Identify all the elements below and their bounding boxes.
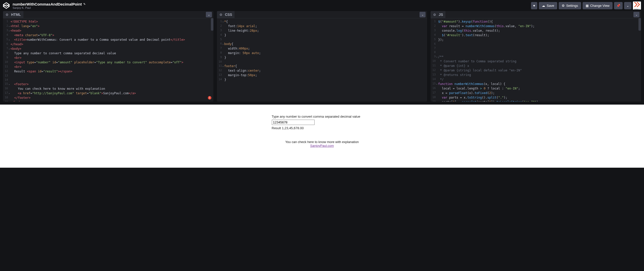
scroll-thumb[interactable] (211, 18, 213, 31)
gear-icon[interactable]: ⚙ (433, 13, 436, 17)
codepen-logo-icon[interactable] (3, 2, 10, 9)
pen-author[interactable]: Sanjoy K. Paul (13, 6, 86, 9)
change-view-button[interactable]: ▦Change View (583, 2, 613, 9)
chevron-down-icon: ⌄ (626, 4, 629, 8)
error-badge-icon[interactable]: ! (208, 96, 211, 100)
html-panel-title: HTML (11, 13, 21, 17)
gear-icon: ⚙ (562, 4, 565, 8)
pen-title[interactable]: numberWithCommasAndDecimalPoint (13, 2, 82, 6)
result-footer: You can check here to know more with exp… (272, 140, 372, 148)
heart-icon: ♥ (533, 4, 535, 8)
css-panel-title: CSS (225, 13, 232, 17)
amount-input[interactable] (272, 120, 315, 125)
footer-text: You can check here to know more with exp… (285, 140, 359, 144)
js-editor[interactable]: 1$("#amount").keyup(function(){2 var res… (431, 18, 641, 102)
result-value: 1,23,45,678.00 (282, 126, 304, 130)
save-label: Save (547, 4, 554, 8)
pin-button[interactable]: 📌 (614, 2, 623, 9)
header-left: numberWithCommasAndDecimalPoint ✎ Sanjoy… (3, 2, 86, 9)
html-collapse-button[interactable]: ⌄ (206, 12, 212, 17)
avatar-text: SKPAUL (633, 1, 640, 10)
settings-label: Settings (566, 4, 578, 8)
js-panel-title: JS (439, 13, 443, 17)
css-panel: ⚙ CSS ⌄ 1▾*{2 font:14px arial;3 line-hei… (217, 11, 427, 102)
editor-panels: ⚙ HTML ⌄ 1<!DOCTYPE html>2▾<html lang="e… (0, 11, 644, 105)
chevron-down-icon: ⌄ (208, 13, 210, 16)
html-editor[interactable]: 1<!DOCTYPE html>2▾<html lang="en">3▾<hea… (3, 18, 213, 102)
change-view-label: Change View (590, 4, 610, 8)
title-block: numberWithCommasAndDecimalPoint ✎ Sanjoy… (13, 2, 86, 9)
result-label: Result (272, 126, 282, 130)
js-panel: ⚙ JS ⌄ 1$("#amount").keyup(function(){2 … (431, 11, 641, 102)
footer-link[interactable]: SanjoyPaul.com (310, 144, 334, 148)
css-panel-header: ⚙ CSS ⌄ (217, 11, 427, 18)
gear-icon[interactable]: ⚙ (219, 13, 222, 17)
css-collapse-button[interactable]: ⌄ (420, 12, 426, 17)
layout-icon: ▦ (586, 4, 589, 8)
header-right: ♥ ☁Save ⚙Settings ▦Change View 📌 ⌄ SKPAU… (531, 2, 641, 10)
css-editor[interactable]: 1▾*{2 font:14px arial;3 line-height:28px… (217, 18, 427, 102)
scroll-thumb[interactable] (638, 18, 641, 31)
cloud-icon: ☁ (542, 4, 545, 8)
app-header: numberWithCommasAndDecimalPoint ✎ Sanjoy… (0, 0, 644, 11)
avatar[interactable]: SKPAUL (633, 2, 641, 10)
gear-icon[interactable]: ⚙ (6, 13, 9, 17)
js-collapse-button[interactable]: ⌄ (633, 12, 639, 17)
edit-title-icon[interactable]: ✎ (83, 3, 86, 6)
settings-button[interactable]: ⚙Settings (559, 2, 581, 9)
result-body: Type any number to convert comma separat… (272, 115, 372, 148)
more-button[interactable]: ⌄ (624, 2, 631, 9)
result-prompt: Type any number to convert comma separat… (272, 115, 360, 118)
pin-icon: 📌 (616, 4, 620, 8)
chevron-down-icon: ⌄ (635, 13, 637, 16)
save-button[interactable]: ☁Save (539, 2, 557, 9)
html-panel: ⚙ HTML ⌄ 1<!DOCTYPE html>2▾<html lang="e… (3, 11, 213, 102)
heart-button[interactable]: ♥ (531, 2, 538, 9)
js-panel-header: ⚙ JS ⌄ (431, 11, 641, 18)
html-panel-header: ⚙ HTML ⌄ (3, 11, 213, 18)
chevron-down-icon: ⌄ (422, 13, 424, 16)
result-frame: Type any number to convert comma separat… (0, 105, 644, 168)
